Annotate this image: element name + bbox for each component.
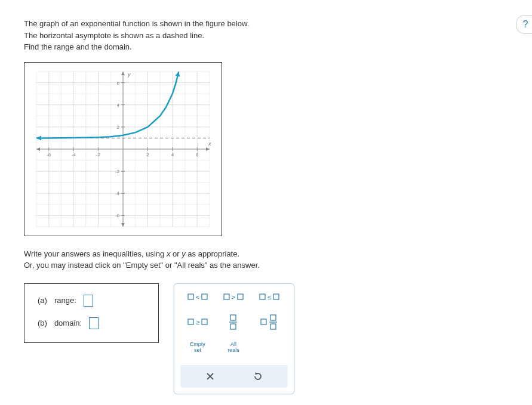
greater-than-button[interactable]: >: [221, 289, 246, 305]
symbol-palette: < > ≤: [174, 283, 294, 394]
empty-set-button[interactable]: Empty set: [185, 339, 210, 357]
palette-row-3: Empty set All reals: [180, 339, 288, 357]
graph-svg: -6-4-2246-6-4-2246yx: [24, 63, 222, 236]
svg-rect-85: [273, 294, 279, 299]
less-equal-button[interactable]: ≤: [257, 289, 282, 305]
svg-rect-79: [202, 294, 207, 299]
problem-line-1: The graph of an exponential function is …: [24, 18, 508, 30]
greater-than-icon: >: [223, 292, 244, 302]
answer-b-text: domain:: [54, 319, 82, 327]
mixed-fraction-button[interactable]: [257, 314, 282, 330]
svg-rect-93: [270, 315, 276, 320]
svg-text:-2: -2: [115, 169, 120, 174]
problem-line-3: Find the range and the domain.: [24, 41, 508, 53]
svg-text:6: 6: [117, 80, 120, 85]
problem-line-2: The horizontal asymptote is shown as a d…: [24, 30, 508, 42]
help-button[interactable]: ?: [516, 15, 532, 34]
problem-statement: The graph of an exponential function is …: [24, 18, 508, 53]
greater-equal-icon: ≥: [187, 317, 208, 327]
reset-button[interactable]: [251, 369, 265, 384]
svg-rect-92: [261, 319, 266, 324]
svg-rect-86: [188, 319, 193, 324]
svg-rect-95: [270, 324, 276, 329]
help-icon: ?: [523, 19, 528, 30]
palette-row-2: ≥: [180, 314, 288, 330]
answer-box: (a) range: (b) domain:: [24, 283, 159, 343]
svg-rect-77: [188, 294, 193, 299]
svg-text:>: >: [232, 293, 235, 301]
svg-rect-88: [202, 319, 207, 324]
svg-text:4: 4: [171, 152, 174, 157]
palette-row-1: < > ≤: [180, 289, 288, 305]
clear-button[interactable]: [203, 369, 217, 384]
svg-marker-44: [206, 147, 210, 151]
greater-equal-button[interactable]: ≥: [185, 314, 210, 330]
domain-input[interactable]: [89, 317, 99, 329]
graph-figure: -6-4-2246-6-4-2246yx: [24, 62, 222, 236]
svg-text:x: x: [208, 141, 211, 147]
svg-text:≤: ≤: [267, 293, 271, 301]
palette-footer: [180, 365, 288, 388]
svg-text:-4: -4: [115, 191, 120, 196]
fraction-button[interactable]: [221, 314, 246, 330]
svg-text:6: 6: [196, 152, 199, 157]
answer-b-label: (b): [38, 319, 47, 327]
answer-a-label: (a): [38, 296, 47, 305]
mixed-fraction-icon: [260, 314, 278, 330]
svg-marker-75: [36, 135, 41, 140]
answer-a-row: (a) range:: [38, 295, 145, 307]
reset-icon: [253, 372, 263, 381]
less-than-button[interactable]: <: [185, 289, 210, 305]
svg-text:-6: -6: [115, 213, 120, 218]
answer-a-text: range:: [54, 296, 76, 305]
svg-text:≥: ≥: [196, 319, 199, 326]
svg-text:-4: -4: [72, 152, 76, 157]
svg-text:2: 2: [117, 124, 120, 129]
svg-text:-2: -2: [96, 152, 101, 157]
svg-rect-80: [224, 294, 229, 299]
svg-rect-89: [230, 315, 236, 320]
svg-marker-46: [121, 72, 125, 75]
svg-text:y: y: [127, 72, 131, 78]
less-than-icon: <: [187, 292, 208, 302]
fraction-icon: [229, 314, 238, 330]
svg-text:<: <: [196, 293, 199, 301]
svg-text:-6: -6: [47, 152, 51, 157]
instructions-line-2: Or, you may instead click on "Empty set"…: [24, 259, 508, 271]
less-equal-icon: ≤: [259, 292, 279, 302]
svg-text:4: 4: [117, 102, 120, 107]
answer-instructions: Write your answers as inequalities, usin…: [24, 248, 508, 271]
svg-rect-91: [230, 324, 236, 329]
x-icon: [206, 372, 214, 381]
svg-rect-83: [260, 294, 265, 299]
svg-marker-47: [121, 223, 125, 227]
answer-area: (a) range: (b) domain: < >: [24, 283, 508, 394]
all-reals-button[interactable]: All reals: [221, 339, 246, 357]
answer-b-row: (b) domain:: [38, 317, 145, 329]
instructions-line-1: Write your answers as inequalities, usin…: [24, 248, 508, 260]
svg-marker-45: [36, 147, 40, 151]
svg-text:2: 2: [146, 152, 149, 157]
range-input[interactable]: [84, 295, 93, 307]
svg-rect-82: [238, 294, 243, 299]
